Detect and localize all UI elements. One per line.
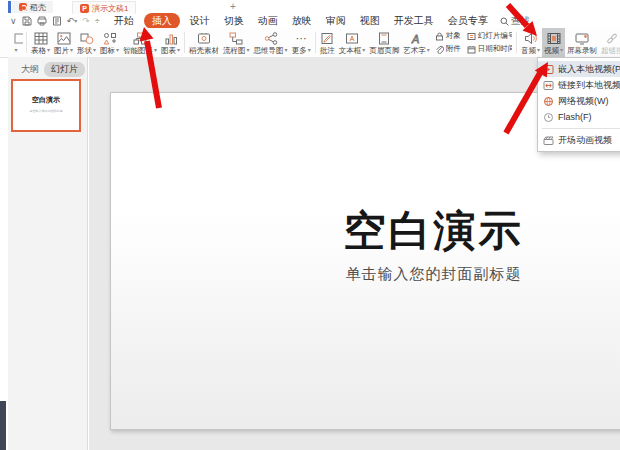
ribbon-divider — [184, 32, 185, 53]
ribbon-divider — [516, 32, 517, 53]
ribbon-small-column-1: 对象 附件 — [432, 28, 464, 57]
caret-icon: ▾ — [70, 47, 73, 53]
menu-tab-devtools[interactable]: 开发工具 — [390, 14, 438, 28]
ribbon-button-comment[interactable]: 批注 — [318, 28, 337, 57]
menu-tab-view[interactable]: 视图 — [356, 14, 384, 28]
redo-icon[interactable]: ↷ — [82, 16, 90, 26]
menu-item-label: 开场动画视频 — [558, 134, 612, 147]
ribbon-button-mindmap[interactable]: 思维导图▾ — [252, 28, 290, 57]
menu-item-opening-video[interactable]: 开场动画视频 — [538, 132, 620, 148]
slide-subtitle-placeholder[interactable]: 单击输入您的封面副标题 — [111, 265, 620, 284]
mindmap-icon — [264, 31, 278, 46]
ribbon-label: 图标 — [100, 46, 115, 55]
docer-logo-icon — [19, 3, 27, 11]
ribbon-button-table[interactable]: 表格▾ — [29, 28, 52, 57]
slide-thumbnail-1[interactable]: 空白演示 单击输入您的封面副标题 — [11, 79, 81, 132]
ribbon-button-clipped[interactable]: ▾ — [8, 28, 24, 57]
tab-docer[interactable]: 稻壳 — [12, 1, 53, 13]
save-icon[interactable] — [22, 16, 32, 26]
ribbon-button-screen-record[interactable]: 屏幕录制 — [565, 28, 599, 57]
window-edge-accent — [8, 1, 11, 13]
lock-icon — [435, 32, 444, 41]
menu-tab-transition[interactable]: 切换 — [220, 14, 248, 28]
menu-tab-slideshow[interactable]: 放映 — [288, 14, 316, 28]
ribbon-button-textbox[interactable]: 文本框▾ — [337, 28, 368, 57]
ribbon-label: 日期和时间 — [478, 44, 516, 54]
caret-icon: ▾ — [362, 47, 365, 53]
menu-item-label: 链接到本地视频(L) — [558, 79, 620, 92]
ribbon-button-shapes[interactable]: 形状▾ — [75, 28, 98, 57]
caret-icon: ▾ — [537, 47, 540, 53]
menu-tab-start[interactable]: 开始 — [110, 14, 138, 28]
menu-item-label: 嵌入本地视频(P) — [558, 63, 620, 76]
ribbon-label: 思维导图 — [254, 46, 284, 55]
ribbon-button-smartart[interactable]: 智能图形▾ — [121, 28, 159, 57]
menu-item-web-video[interactable]: 网络视频(W) — [538, 93, 620, 109]
ribbon-label: 幻灯片编号 — [478, 31, 516, 41]
ribbon-button-chart[interactable]: 图表▾ — [159, 28, 182, 57]
menu-item-embed-local-video[interactable]: 嵌入本地视频(P) — [538, 61, 620, 77]
wps-presentation-window: 稻壳 P 演示文稿1 + ∨ ↶▾ ↷ ÷ 开始 — [0, 0, 620, 450]
ribbon-button-more[interactable]: ⋯ 更多▾ — [290, 28, 313, 57]
undo-glyph: ↶ — [67, 16, 75, 26]
header-footer-icon — [377, 31, 391, 46]
ribbon-button-header-footer[interactable]: 页眉页脚 — [367, 28, 401, 57]
ribbon-button-icons[interactable]: 图标▾ — [98, 28, 121, 57]
caret-icon: ▾ — [116, 47, 119, 53]
ribbon-button-docer-material[interactable]: 稻壳素材 — [187, 28, 221, 57]
menu-row: ∨ ↶▾ ↷ ÷ 开始 插入 设计 切换 动画 放映 审阅 视图 — [8, 14, 620, 28]
customize-toolbar-icon[interactable]: ∨ — [10, 16, 17, 26]
table-icon — [34, 31, 48, 46]
menu-tab-insert[interactable]: 插入 — [144, 13, 180, 29]
menu-tab-animation[interactable]: 动画 — [254, 14, 282, 28]
menu-item-link-local-video[interactable]: 链接到本地视频(L) — [538, 77, 620, 93]
ribbon-label: 视频 — [544, 46, 559, 55]
screen-record-icon — [575, 31, 589, 46]
ribbon-divider — [26, 32, 27, 53]
ribbon: ▾ 表格▾ 图片▾ 形状▾ — [0, 28, 620, 58]
tab-outline[interactable]: 大纲 — [21, 63, 39, 76]
clipped-icon — [9, 32, 23, 47]
qat-more-icon[interactable]: ÷ — [95, 16, 100, 26]
ribbon-label: 文本框 — [339, 46, 362, 55]
background-window-fragment — [0, 401, 6, 450]
search-box[interactable]: 查找 — [500, 15, 530, 28]
ribbon-media-group: 音频▾ 视频▾ 屏幕录制 超链接 — [512, 28, 620, 57]
ribbon-button-slide-number[interactable]: 幻灯片编号 — [467, 31, 516, 41]
ribbon-label: 更多 — [292, 46, 307, 55]
tab-document-label: 演示文稿1 — [92, 3, 128, 14]
ribbon-button-attachment[interactable]: 附件 — [435, 44, 461, 54]
caret-icon: ▾ — [308, 47, 311, 53]
link-video-icon — [543, 80, 554, 91]
menu-tab-design[interactable]: 设计 — [186, 14, 214, 28]
audio-icon — [524, 31, 538, 46]
video-dropdown-menu: 嵌入本地视频(P) 链接到本地视频(L) 网络视频(W) Flash(F) 开 — [537, 57, 620, 152]
print-preview-icon[interactable] — [52, 16, 62, 26]
textbox-icon — [345, 31, 359, 46]
ribbon-label: 图表 — [161, 46, 176, 55]
new-tab-button[interactable]: + — [230, 1, 236, 13]
undo-icon[interactable]: ↶▾ — [67, 16, 78, 26]
menu-item-flash[interactable]: Flash(F) — [538, 109, 620, 125]
ribbon-button-picture[interactable]: 图片▾ — [52, 28, 75, 57]
caret-icon: ▾ — [285, 47, 288, 53]
print-icon[interactable] — [37, 16, 47, 26]
ribbon-label: 图片 — [54, 46, 69, 55]
ribbon-button-wordart[interactable]: A 艺术字▾ — [401, 28, 432, 57]
comment-icon — [320, 31, 334, 46]
slide-number-icon — [467, 32, 476, 41]
ribbon-button-video[interactable]: 视频▾ — [542, 28, 565, 57]
menu-tab-review[interactable]: 审阅 — [322, 14, 350, 28]
wordart-icon: A — [409, 31, 423, 46]
tab-slides[interactable]: 幻灯片 — [44, 62, 85, 77]
ribbon-divider — [315, 32, 316, 53]
menu-item-label: 网络视频(W) — [558, 95, 609, 108]
ribbon-button-date-time[interactable]: 日期和时间 — [467, 44, 516, 54]
ribbon-button-flowchart[interactable]: 流程图▾ — [221, 28, 252, 57]
slide-title-placeholder[interactable]: 空白演示 — [111, 203, 620, 259]
ribbon-button-audio[interactable]: 音频▾ — [519, 28, 542, 57]
ribbon-button-hyperlink[interactable]: 超链接 — [599, 28, 620, 57]
ribbon-button-object[interactable]: 对象 — [435, 31, 461, 41]
ribbon-row: ▾ 表格▾ 图片▾ 形状▾ — [8, 28, 564, 57]
menu-tab-member[interactable]: 会员专享 — [444, 14, 492, 28]
